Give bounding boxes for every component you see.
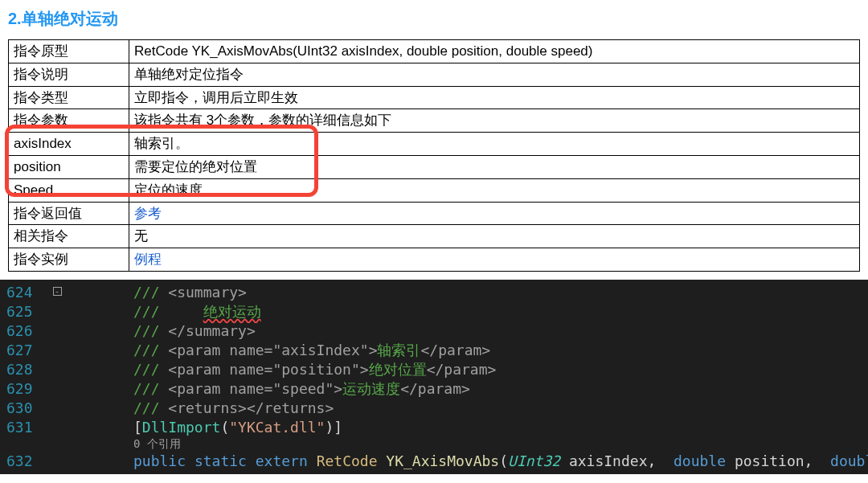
api-table-wrapper: 指令原型 RetCode YK_AxisMovAbs(UInt32 axisIn… (8, 39, 860, 272)
section-heading: 2.单轴绝对运动 (8, 8, 860, 30)
row-value: 轴索引。 (129, 133, 860, 156)
row-label: 相关指令 (9, 225, 129, 248)
code-line: /// <param name="position">绝对位置</param> (133, 360, 868, 379)
line-number: 625 (6, 302, 45, 321)
code-line: /// <summary> (133, 283, 868, 302)
row-value: 定位的速度 (129, 178, 860, 202)
line-number: 632 (6, 452, 45, 471)
table-row: Speed 定位的速度 (9, 178, 860, 202)
table-row: 相关指令 无 (9, 225, 860, 248)
example-link[interactable]: 例程 (134, 252, 162, 267)
row-value: 例程 (129, 248, 860, 272)
line-number: 627 (6, 341, 45, 360)
code-line: [DllImport("YKCat.dll")] (133, 418, 868, 437)
line-number: 624 (6, 283, 45, 302)
code-content[interactable]: /// <summary> /// 绝对运动 /// </summary> //… (69, 280, 868, 474)
row-label: 指令参数 (9, 109, 129, 133)
reference-link[interactable]: 参考 (134, 206, 162, 221)
line-number: 630 (6, 399, 45, 418)
line-number: 629 (6, 379, 45, 399)
fold-gutter: - (45, 280, 69, 474)
line-number: 631 (6, 418, 45, 437)
row-value: 立即指令，调用后立即生效 (129, 86, 860, 109)
table-row: 指令类型 立即指令，调用后立即生效 (9, 86, 860, 109)
row-value: 单轴绝对定位指令 (129, 63, 860, 86)
fold-collapse-icon[interactable]: - (53, 287, 62, 296)
table-row: position 需要定位的绝对位置 (9, 155, 860, 178)
api-table: 指令原型 RetCode YK_AxisMovAbs(UInt32 axisIn… (8, 39, 860, 272)
code-line: /// <param name="axisIndex">轴索引</param> (133, 341, 868, 360)
row-label: position (9, 155, 129, 178)
code-line: public static extern RetCode YK_AxisMovA… (133, 452, 868, 471)
row-value: 参考 (129, 202, 860, 225)
row-label: 指令实例 (9, 248, 129, 272)
code-line: /// 绝对运动 (133, 302, 868, 321)
codelens-reference[interactable]: 0 个引用 (133, 437, 868, 452)
row-label: 指令返回值 (9, 202, 129, 225)
table-row: 指令原型 RetCode YK_AxisMovAbs(UInt32 axisIn… (9, 40, 860, 63)
row-value: RetCode YK_AxisMovAbs(UInt32 axisIndex, … (129, 40, 860, 63)
row-label: Speed (9, 178, 129, 202)
row-value: 该指令共有 3个参数，参数的详细信息如下 (129, 109, 860, 133)
row-label: 指令说明 (9, 63, 129, 86)
table-row: 指令实例 例程 (9, 248, 860, 272)
table-row: axisIndex 轴索引。 (9, 133, 860, 156)
line-number: 628 (6, 360, 45, 379)
table-row: 指令参数 该指令共有 3个参数，参数的详细信息如下 (9, 109, 860, 133)
code-line: /// <returns></returns> (133, 399, 868, 418)
table-row: 指令说明 单轴绝对定位指令 (9, 63, 860, 86)
row-label: 指令原型 (9, 40, 129, 63)
table-row: 指令返回值 参考 (9, 202, 860, 225)
line-number-gutter: 624 625 626 627 628 629 630 631 632 (0, 280, 45, 474)
line-number (6, 437, 45, 452)
line-number: 626 (6, 321, 45, 341)
row-label: 指令类型 (9, 86, 129, 109)
row-value: 需要定位的绝对位置 (129, 155, 860, 178)
code-editor: 624 625 626 627 628 629 630 631 632 - //… (0, 280, 868, 474)
row-label: axisIndex (9, 133, 129, 156)
code-line: /// <param name="speed">运动速度</param> (133, 379, 868, 399)
row-value: 无 (129, 225, 860, 248)
code-line: /// </summary> (133, 321, 868, 341)
